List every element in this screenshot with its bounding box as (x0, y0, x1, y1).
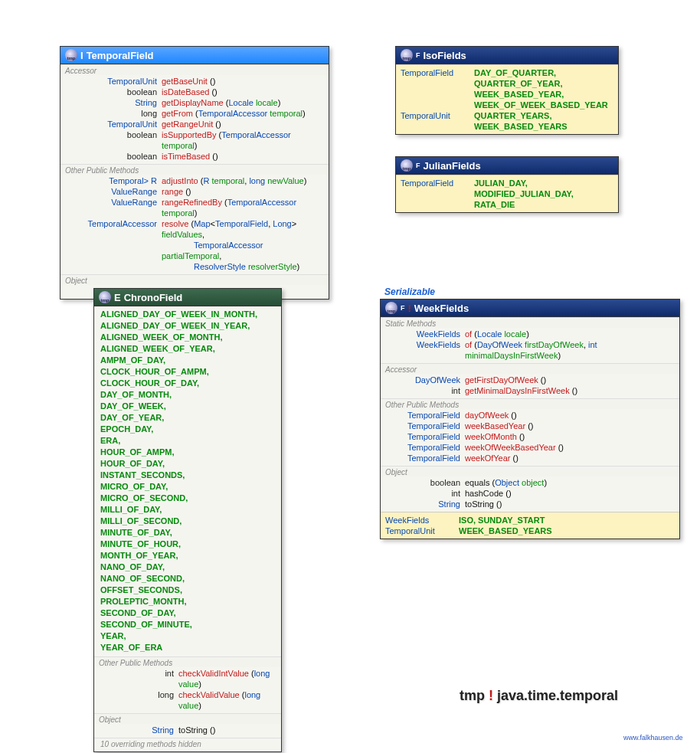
enum-constants: ALIGNED_DAY_OF_WEEK_IN_MONTH,ALIGNED_DAY… (94, 306, 281, 656)
return-type: String (99, 725, 174, 735)
method-row: StringtoString () (99, 725, 276, 735)
section-label: Static Methods (381, 317, 679, 328)
class-title-bar: tmp E ChronoField (94, 289, 281, 306)
static-field-row: TemporalUnitQUARTER_YEARS, (401, 110, 613, 121)
method-row: booleanisDateBased () (65, 87, 324, 97)
method-row: TemporalFieldweekBasedYear () (385, 421, 675, 431)
enum-constant: YEAR_OF_ERA (100, 642, 275, 653)
method-signature: getFirstDayOfWeek () (465, 375, 675, 385)
method-signature: TemporalAccessor partialTemporal, (162, 240, 324, 261)
method-signature: getMinimalDaysInFirstWeek () (465, 385, 675, 396)
serializable-label: Serializable (384, 286, 435, 297)
enum-constant: HOUR_OF_DAY, (100, 458, 275, 470)
enum-constant: ALIGNED_DAY_OF_WEEK_IN_YEAR, (100, 320, 275, 332)
method-signature: isTimeBased () (162, 151, 324, 162)
method-row: inthashCode () (385, 488, 675, 499)
tmp-icon: tmp (65, 49, 77, 61)
method-row: TemporalAccessorresolve (Map<TemporalFie… (65, 218, 324, 240)
section-label: Other Public Methods (61, 164, 329, 175)
return-type: int (99, 668, 174, 689)
static-field-row: WEEK_OF_WEEK_BASED_YEAR (401, 100, 613, 110)
enum-constant: MONTH_OF_YEAR, (100, 550, 275, 561)
method-signature: hashCode () (465, 488, 675, 499)
method-row: StringgetDisplayName (Locale locale) (65, 97, 324, 108)
section-label: Other Public Methods (381, 398, 679, 409)
method-row: ValueRangerange () (65, 186, 324, 197)
return-type: int (385, 385, 460, 396)
return-type: DayOfWeek (385, 375, 460, 385)
method-signature: weekOfMonth () (465, 431, 675, 442)
class-title-bar: tmp F IsoFields (396, 47, 618, 64)
enum-constant: EPOCH_DAY, (100, 424, 275, 435)
enum-constant: AMPM_OF_DAY, (100, 355, 275, 366)
method-signature: adjustInto (R temporal, long newValue) (162, 175, 324, 186)
method-row: ValueRangerangeRefinedBy (TemporalAccess… (65, 197, 324, 218)
class-chrono-field: tmp E ChronoField ALIGNED_DAY_OF_WEEK_IN… (93, 288, 282, 752)
method-signature: resolve (Map<TemporalField, Long> fieldV… (162, 218, 324, 240)
enum-constant: CLOCK_HOUR_OF_DAY, (100, 378, 275, 389)
method-row: WeekFieldsof (DayOfWeek firstDayOfWeek, … (385, 339, 675, 361)
method-row: TemporalAccessor partialTemporal, (65, 240, 324, 261)
method-row: longcheckValidValue (long value) (99, 689, 276, 711)
section-label: Object (381, 466, 679, 476)
enum-constant: MINUTE_OF_HOUR, (100, 539, 275, 550)
method-signature: isSupportedBy (TemporalAccessor temporal… (162, 129, 324, 151)
method-row: booleanisTimeBased () (65, 151, 324, 162)
class-title: WeekFields (414, 303, 469, 314)
credit-link[interactable]: www.falkhausen.de (623, 734, 683, 742)
enum-constant: PROLEPTIC_MONTH, (100, 596, 275, 607)
return-type: Temporal> R (65, 175, 157, 186)
method-signature: toString () (178, 725, 276, 735)
method-signature: isDateBased () (162, 87, 324, 97)
return-type: String (65, 97, 157, 108)
method-row: DayOfWeekgetFirstDayOfWeek () (385, 375, 675, 385)
method-row: TemporalFieldweekOfWeekBasedYear () (385, 442, 675, 453)
return-type: long (65, 108, 157, 119)
method-row: intcheckValidIntValue (long value) (99, 668, 276, 689)
tmp-icon: tmp (99, 291, 111, 303)
static-field-row: WEEK_BASED_YEAR, (401, 89, 613, 100)
class-title-bar: tmp F ! WeekFields (381, 300, 679, 317)
section-label: Object (94, 713, 281, 724)
return-type: boolean (65, 87, 157, 97)
static-constants: WeekFieldsISO, SUNDAY_STARTTemporalUnitW… (381, 512, 679, 539)
enum-constant: DAY_OF_MONTH, (100, 389, 275, 401)
section-label: Accessor (381, 363, 679, 374)
enum-constant: DAY_OF_WEEK, (100, 401, 275, 412)
static-fields: TemporalFieldJULIAN_DAY,MODIFIED_JULIAN_… (396, 175, 618, 212)
enum-constant: SECOND_OF_MINUTE, (100, 619, 275, 630)
method-signature: rangeRefinedBy (TemporalAccessor tempora… (162, 197, 324, 218)
return-type: TemporalField (385, 431, 460, 442)
method-signature: equals (Object object) (465, 477, 675, 488)
return-type: TemporalField (385, 453, 460, 463)
class-iso-fields: tmp F IsoFields TemporalFieldDAY_OF_QUAR… (395, 46, 619, 135)
static-field-row: TemporalUnitWEEK_BASED_YEARS (385, 525, 675, 536)
enum-constant: MILLI_OF_DAY, (100, 504, 275, 516)
package-label: tmp ! java.time.temporal (460, 688, 618, 704)
method-signature: weekOfWeekBasedYear () (465, 442, 675, 453)
tmp-icon: tmp (401, 159, 413, 172)
method-row: TemporalUnitgetBaseUnit () (65, 76, 324, 87)
enum-constant: DAY_OF_YEAR, (100, 412, 275, 424)
exclaim-icon: ! (489, 688, 493, 704)
enum-constant: ALIGNED_WEEK_OF_MONTH, (100, 332, 275, 343)
method-row: WeekFieldsof (Locale locale) (385, 329, 675, 339)
tmp-icon: tmp (385, 302, 397, 314)
final-marker: F (416, 51, 420, 59)
enum-constant: MICRO_OF_SECOND, (100, 493, 275, 504)
enum-constant: CLOCK_HOUR_OF_AMPM, (100, 366, 275, 378)
method-signature: getBaseUnit () (162, 76, 324, 87)
static-field-row: MODIFIED_JULIAN_DAY, (401, 188, 613, 199)
static-field-row: TemporalFieldDAY_OF_QUARTER, (401, 67, 613, 78)
method-row: ResolverStyle resolverStyle) (65, 261, 324, 272)
static-field-row: WeekFieldsISO, SUNDAY_START (385, 515, 675, 525)
return-type: String (385, 499, 460, 509)
class-week-fields: tmp F ! WeekFields Static Methods WeekFi… (380, 299, 680, 539)
class-title: JulianFields (424, 160, 481, 172)
method-row: longgetFrom (TemporalAccessor temporal) (65, 108, 324, 119)
method-signature: dayOfWeek () (465, 410, 675, 421)
return-type: int (385, 488, 460, 499)
enum-constant: ERA, (100, 435, 275, 447)
return-type: WeekFields (385, 329, 460, 339)
return-type: long (99, 689, 174, 711)
